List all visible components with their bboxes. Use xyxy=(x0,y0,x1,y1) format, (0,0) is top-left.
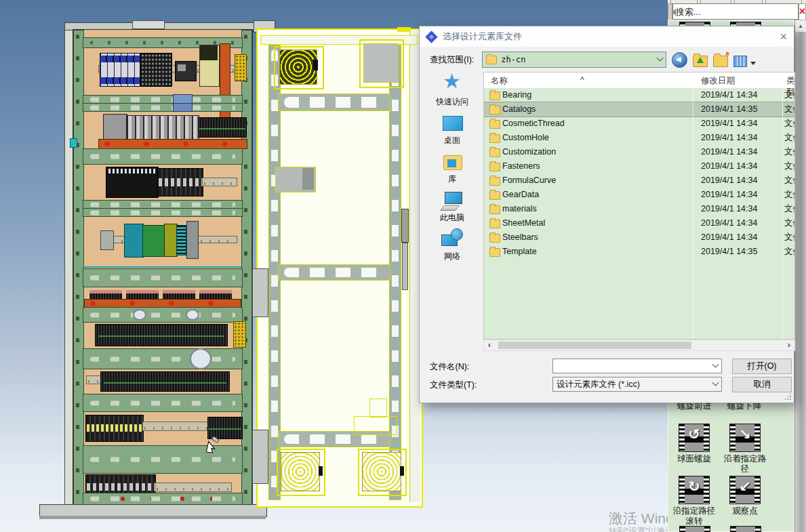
row-name: Steelbars xyxy=(502,230,538,245)
door-gray-box-side xyxy=(302,168,314,190)
fan-top-left xyxy=(279,49,317,85)
view-menu-button[interactable] xyxy=(733,56,747,67)
cancel-button[interactable]: 取消 xyxy=(732,377,792,392)
teal-unit xyxy=(124,224,144,258)
resize-grip[interactable] xyxy=(784,392,792,401)
scroll-right-icon[interactable]: › xyxy=(784,340,794,350)
places-bar-item[interactable]: 此电脑 xyxy=(421,190,483,228)
scroll-up-icon[interactable]: ▲ xyxy=(795,20,806,32)
file-type-combobox[interactable]: 设计元素库文件 (*.icc) xyxy=(552,377,722,392)
terminal-grid xyxy=(140,53,172,87)
row-type: 文件夹 xyxy=(784,188,795,202)
table-row[interactable]: CustomHole 2019/4/1 14:34 文件夹 xyxy=(484,131,794,145)
column-divider[interactable] xyxy=(782,75,783,88)
panel-scrollbar[interactable]: ▲ xyxy=(794,20,806,532)
fan-tab xyxy=(313,60,318,70)
table-row[interactable]: Bearing 2019/4/1 14:34 文件夹 xyxy=(484,88,794,102)
cabinet-top-latch xyxy=(132,20,165,29)
row-name: GearData xyxy=(502,188,539,202)
new-folder-button[interactable] xyxy=(713,56,728,67)
up-one-level-button[interactable] xyxy=(693,56,708,67)
look-in-combobox[interactable]: zh-cn xyxy=(482,52,666,68)
fan-bottom-left xyxy=(281,452,320,491)
terminal-strip xyxy=(95,324,228,346)
cabinet-rail xyxy=(83,208,243,217)
row-name: Fasteners xyxy=(502,159,540,173)
file-name-combobox[interactable] xyxy=(552,359,722,373)
column-date[interactable]: 修改日期 xyxy=(701,75,735,87)
table-row[interactable]: Steelbars 2019/4/1 14:34 文件夹 xyxy=(484,230,794,245)
open-button[interactable]: 打开(O) xyxy=(732,359,792,374)
search-close-icon[interactable]: × xyxy=(799,3,806,21)
door-lock xyxy=(402,243,408,290)
places-bar-item[interactable]: 桌面 xyxy=(421,112,483,151)
table-row[interactable]: Customization 2019/4/1 14:34 文件夹 xyxy=(484,145,794,159)
grommet xyxy=(133,309,146,321)
row-name: Bearing xyxy=(502,88,531,102)
fan-bottom-right xyxy=(362,452,401,491)
folder-icon xyxy=(489,234,500,243)
vent-window xyxy=(363,43,399,83)
tool-button[interactable]: ↻ 沿指定路径滚转 xyxy=(670,476,718,527)
scrollbar-thumb[interactable] xyxy=(498,342,691,349)
column-name[interactable]: 名称 xyxy=(491,75,508,87)
row-name: CosmeticThread xyxy=(502,117,565,131)
door-handle xyxy=(401,209,409,243)
table-row[interactable]: FormulaCurve 2019/4/1 14:34 文件夹 xyxy=(484,173,794,188)
teal-line xyxy=(83,266,241,268)
horizontal-scrollbar[interactable]: ‹ › xyxy=(483,340,795,351)
cabinet-rail-right xyxy=(241,30,252,506)
search-back-icon[interactable] xyxy=(668,3,672,21)
din-rail xyxy=(155,483,232,492)
folder-icon xyxy=(489,205,500,214)
tool-button[interactable]: ↘ 沿着指定路径 xyxy=(721,424,769,474)
table-row[interactable]: Catalogs 2019/4/1 14:35 文件夹 xyxy=(484,102,794,117)
file-type-value: 设计元素库文件 (*.icc) xyxy=(557,379,713,390)
list-rows: Bearing 2019/4/1 14:34 文件夹 Catalogs 2019… xyxy=(484,88,794,339)
places-bar-item[interactable]: 网络 xyxy=(421,228,483,267)
close-icon[interactable]: × xyxy=(780,30,787,43)
table-row[interactable]: GearData 2019/4/1 14:34 文件夹 xyxy=(484,188,794,202)
terminal-strip xyxy=(100,371,230,392)
row-date: 2019/4/1 14:34 xyxy=(701,117,757,131)
place-icon xyxy=(440,190,464,212)
dialog-titlebar[interactable]: 选择设计元素库文件 × xyxy=(420,26,794,47)
places-bar-item[interactable]: 快速访问 xyxy=(421,74,483,112)
row-date: 2019/4/1 14:34 xyxy=(701,173,757,188)
table-row[interactable]: Template 2019/4/1 14:35 文件夹 xyxy=(484,245,794,259)
place-label: 此电脑 xyxy=(421,212,483,224)
scroll-left-icon[interactable]: ‹ xyxy=(484,340,495,350)
cabinet-rail xyxy=(83,394,243,412)
column-divider[interactable] xyxy=(693,75,693,88)
list-header[interactable]: 名称 ^ 修改日期 类型 xyxy=(484,73,794,89)
view-menu-caret-icon[interactable] xyxy=(750,62,756,65)
row-type: 文件夹 xyxy=(784,145,795,159)
tool-icon-partial[interactable] xyxy=(679,526,710,532)
folder-icon xyxy=(489,248,500,257)
file-list: 名称 ^ 修改日期 类型 Bearing 2019/4/1 14:34 文件夹 … xyxy=(483,72,795,340)
open-file-dialog: 选择设计元素库文件 × 查找范围(I): zh-cn 快速访问 xyxy=(419,26,794,403)
cabinet-rail xyxy=(83,307,243,323)
table-row[interactable]: Fasteners 2019/4/1 14:34 文件夹 xyxy=(484,159,794,173)
cabinet-rail xyxy=(83,268,243,287)
tool-button[interactable]: ↺ 球面螺旋 xyxy=(670,424,718,464)
row-type: 文件夹 xyxy=(784,216,795,230)
table-row[interactable]: SheetMetal 2019/4/1 14:34 文件夹 xyxy=(484,216,794,230)
back-button[interactable] xyxy=(672,52,687,68)
place-label: 快速访问 xyxy=(421,96,483,108)
row-type: 文件夹 xyxy=(784,88,795,102)
row-date: 2019/4/1 14:34 xyxy=(701,159,757,173)
table-row[interactable]: materials 2019/4/1 14:34 文件夹 xyxy=(484,202,794,216)
row-name: materials xyxy=(502,202,537,216)
places-bar-item[interactable]: 库 xyxy=(421,151,483,190)
tool-icon-partial[interactable] xyxy=(730,526,761,532)
folder-icon xyxy=(489,120,500,129)
row-type: 文件夹 xyxy=(784,131,795,145)
place-label: 桌面 xyxy=(421,135,483,146)
row-date: 2019/4/1 14:35 xyxy=(701,102,757,117)
table-row[interactable]: CosmeticThread 2019/4/1 14:34 文件夹 xyxy=(484,117,794,131)
tool-button[interactable]: ↙ 观察点 xyxy=(721,476,769,516)
search-input[interactable] xyxy=(672,3,799,20)
door-cutout-small xyxy=(369,398,387,417)
contactor-large xyxy=(103,114,127,141)
